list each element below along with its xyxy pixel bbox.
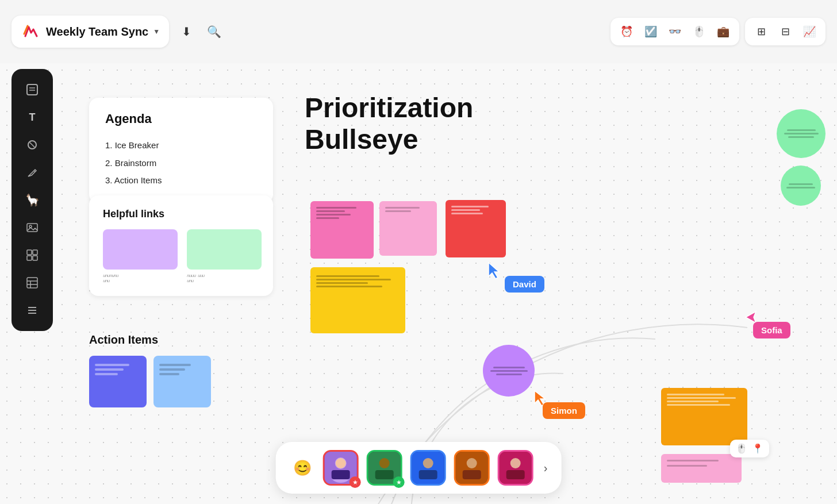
avatar-2[interactable]: ★ [367, 450, 402, 486]
sticky-line [667, 401, 719, 402]
sticky-orange[interactable] [661, 388, 747, 445]
avatar-1[interactable]: ★ [323, 450, 359, 486]
avatar-img-5 [498, 450, 533, 486]
cursor-button[interactable]: 🖱️ [690, 22, 708, 41]
action-lines-2 [159, 364, 191, 375]
circle-line [784, 133, 819, 134]
sidebar-item-sticky[interactable] [20, 77, 45, 102]
sidebar-item-table[interactable] [20, 270, 45, 295]
sticky-line [385, 207, 420, 209]
helpful-links-title: Helpful links [103, 208, 259, 220]
agenda-title: Agenda [105, 111, 257, 126]
action-line [159, 364, 191, 366]
svg-marker-19 [489, 263, 499, 279]
chart-button[interactable]: 📈 [800, 22, 819, 41]
svg-rect-32 [419, 470, 437, 479]
sidebar-item-pen[interactable] [20, 160, 45, 185]
canvas[interactable]: Agenda 1. Ice Breaker 2. Brainstorm 3. A… [0, 63, 837, 504]
svg-marker-20 [746, 311, 756, 323]
toolbar-group-2: ⊞ ⊟ 📈 [745, 18, 826, 45]
action-card-2 [153, 356, 211, 407]
svg-rect-38 [506, 470, 525, 479]
avatar-4[interactable] [454, 450, 490, 486]
svg-rect-35 [463, 470, 481, 479]
avatar-1-star: ★ [350, 476, 361, 488]
svg-point-31 [423, 458, 433, 468]
svg-rect-29 [375, 470, 394, 479]
action-line [159, 368, 185, 371]
link-thumb-1 [103, 229, 178, 270]
sidebar-item-shapes[interactable] [20, 132, 45, 157]
header: Weekly Team Sync ▼ ⬇ 🔍 ⏰ ☑️ 👓 🖱️ 💼 ⊞ ⊟ 📈 [0, 0, 837, 63]
sticky-line [667, 394, 724, 395]
logo-icon [21, 21, 41, 42]
view-button[interactable]: 👓 [666, 22, 684, 41]
mini-toolbar-cursor[interactable]: 🖱️ [736, 443, 747, 454]
svg-rect-9 [33, 250, 37, 255]
bag-button[interactable]: 💼 [714, 22, 732, 41]
link-label-2: nuuu uuuunu [187, 273, 262, 283]
title-dropdown-icon[interactable]: ▼ [153, 28, 160, 36]
link-item-2[interactable]: nuuu uuuunu [187, 229, 262, 283]
green-circle-small[interactable] [781, 166, 821, 206]
sticky-line [451, 209, 480, 211]
minus-button[interactable]: ⊟ [776, 22, 794, 41]
avatar-3[interactable] [410, 450, 446, 486]
avatar-5[interactable] [498, 450, 533, 486]
links-grid: unununuunu nuuu uuuunu [103, 229, 259, 283]
avatar-more-button[interactable]: › [544, 461, 548, 475]
svg-point-25 [336, 458, 346, 468]
agenda-item-2: 2. Brainstorm [105, 155, 257, 172]
toolbar-group-1: ⏰ ☑️ 👓 🖱️ 💼 [611, 18, 739, 45]
sticky-line [316, 217, 339, 219]
sticky-line [385, 210, 411, 212]
toolbar-right: ⏰ ☑️ 👓 🖱️ 💼 ⊞ ⊟ 📈 [611, 18, 826, 45]
purple-circle[interactable] [483, 345, 535, 397]
circle-line [493, 367, 525, 368]
sticky-line [316, 279, 391, 280]
green-circle-large[interactable] [777, 109, 826, 158]
action-line [95, 364, 129, 366]
sticky-pink-2[interactable] [379, 201, 437, 256]
sidebar-item-ai[interactable]: 🦙 [20, 187, 45, 213]
avatar-img-4 [454, 450, 490, 486]
action-items-title: Action Items [89, 333, 211, 347]
agenda-list: 1. Ice Breaker 2. Brainstorm 3. Action I… [105, 137, 257, 190]
checklist-button[interactable]: ☑️ [642, 22, 660, 41]
action-lines-1 [95, 364, 129, 375]
sticky-red[interactable] [446, 200, 506, 257]
sticky-line [667, 465, 707, 467]
search-button[interactable]: 🔍 [204, 21, 224, 42]
download-button[interactable]: ⬇ [176, 21, 197, 42]
sidebar-item-grid[interactable] [20, 243, 45, 268]
svg-point-37 [510, 458, 521, 468]
sidebar-item-image[interactable] [20, 215, 45, 240]
svg-rect-6 [27, 224, 37, 232]
link-item-1[interactable]: unununuunu [103, 229, 178, 283]
bullseye-title: PrioritizationBullseye [305, 92, 473, 155]
sticky-line [451, 206, 489, 207]
agenda-item-1: 1. Ice Breaker [105, 137, 257, 155]
sidebar-item-text[interactable]: T [20, 105, 45, 130]
svg-rect-12 [27, 278, 37, 288]
link-label-1: unununuunu [103, 273, 178, 283]
sidebar: T 🦙 [11, 69, 53, 331]
circle-line [496, 374, 522, 375]
david-name: David [513, 279, 536, 289]
sidebar-item-list[interactable] [20, 298, 45, 323]
sticky-line [667, 460, 719, 461]
emoji-button[interactable]: 😊 [290, 455, 315, 480]
sticky-line [667, 397, 736, 399]
timer-button[interactable]: ⏰ [617, 22, 636, 41]
circle-line [786, 187, 815, 188]
sticky-pink-small[interactable] [661, 454, 742, 483]
david-cursor-arrow [486, 261, 502, 282]
svg-rect-26 [332, 470, 350, 479]
avatar-2-star: ★ [393, 476, 405, 488]
mini-toolbar-location[interactable]: 📍 [752, 443, 763, 454]
layout-button[interactable]: ⊞ [752, 22, 770, 41]
circle-line [490, 370, 528, 372]
sticky-yellow[interactable] [310, 267, 405, 333]
header-actions: ⬇ 🔍 [176, 21, 224, 42]
sticky-pink-1[interactable] [310, 201, 374, 259]
